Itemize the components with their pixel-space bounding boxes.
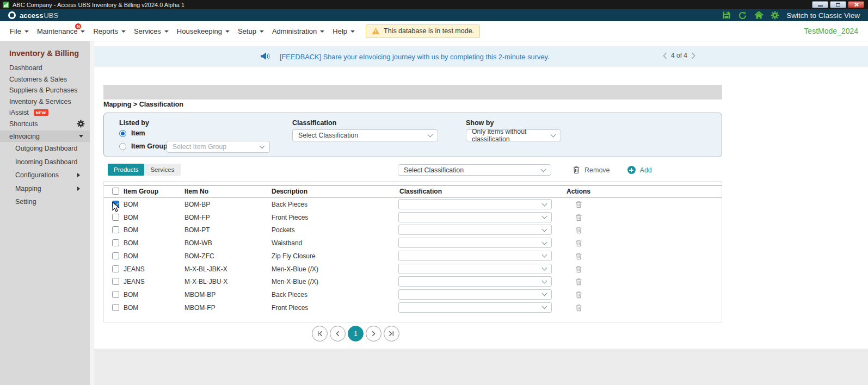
sidebar-item-configurations[interactable]: Configurations	[0, 169, 90, 182]
row-classification-select[interactable]	[398, 199, 552, 209]
cell-description: Men-X-Blue (/X)	[272, 265, 318, 273]
row-delete-icon[interactable]	[575, 304, 582, 312]
menu-reports[interactable]: Reports	[93, 27, 126, 35]
tab-services[interactable]: Services	[144, 164, 180, 176]
shortcuts-gear-icon[interactable]	[77, 120, 85, 129]
row-delete-icon[interactable]	[575, 252, 582, 260]
row-classification-select[interactable]	[398, 264, 552, 274]
sidebar-item-inventory-services[interactable]: Inventory & Services	[0, 96, 90, 108]
menu-administration[interactable]: Administration	[272, 27, 324, 35]
radio-item-group[interactable]: Item Group	[119, 142, 168, 150]
home-icon[interactable]	[754, 11, 764, 20]
chevron-down-icon	[542, 239, 547, 245]
chevron-right-icon	[77, 173, 80, 177]
row-delete-icon[interactable]	[575, 226, 582, 234]
row-delete-icon[interactable]	[575, 214, 582, 221]
sidebar-item-incoming-dashboard[interactable]: Incoming Dashboard	[0, 156, 90, 169]
page-1-button[interactable]: 1	[348, 326, 364, 341]
sidebar-item-iassist[interactable]: iAssistNEW	[0, 107, 90, 119]
row-delete-icon[interactable]	[575, 291, 582, 299]
pagination: 1	[312, 326, 399, 341]
row-classification-select[interactable]	[398, 302, 552, 313]
sidebar-item-shortcuts[interactable]: Shortcuts	[0, 119, 90, 130]
remove-trash-icon[interactable]	[572, 166, 580, 174]
row-delete-icon[interactable]	[575, 278, 582, 285]
menu-file[interactable]: File	[10, 27, 29, 35]
row-checkbox[interactable]	[112, 226, 119, 233]
app-header: accessUBS Switch to Classic View	[0, 9, 868, 21]
switch-classic-view-link[interactable]: Switch to Classic View	[786, 11, 860, 20]
add-plus-icon[interactable]	[627, 166, 636, 174]
cell-description: Pockets	[272, 226, 295, 234]
last-page-button[interactable]	[384, 326, 399, 341]
tab-products[interactable]: Products	[108, 164, 144, 176]
gear-icon[interactable]	[771, 11, 779, 20]
row-checkbox[interactable]	[112, 265, 119, 272]
item-group-select[interactable]: Select Item Group	[167, 141, 270, 153]
cell-description: Zip Fly Closure	[272, 252, 316, 260]
sidebar-item-customers-sales[interactable]: Customers & Sales	[0, 74, 90, 85]
chevron-down-icon	[542, 291, 547, 296]
row-checkbox[interactable]	[112, 304, 119, 311]
row-classification-select[interactable]	[398, 238, 552, 248]
pager-next-icon[interactable]	[691, 52, 695, 59]
classification-select[interactable]: Select Classification	[292, 129, 438, 141]
row-checkbox[interactable]	[112, 201, 119, 208]
radio-item-control[interactable]	[119, 130, 126, 137]
collapsed-panel-bar[interactable]	[103, 85, 722, 100]
cell-item-group: BOM	[124, 214, 138, 221]
bulk-classification-select[interactable]: Select Classification	[398, 164, 551, 176]
cell-item-group: BOM	[124, 304, 138, 312]
row-checkbox[interactable]	[112, 252, 119, 259]
close-icon	[854, 2, 859, 7]
feedback-banner-text[interactable]: [FEEDBACK] Share your eInvoicing journey…	[280, 53, 550, 61]
cell-item-no: M-X-BL-JBK-X	[184, 265, 227, 273]
show-by-label: Show by	[466, 119, 494, 127]
refresh-icon[interactable]	[738, 11, 747, 20]
sidebar-item-dashboard[interactable]: Dashboard	[0, 63, 90, 74]
select-all-checkbox[interactable]	[112, 188, 119, 195]
radio-item[interactable]: Item	[119, 129, 145, 137]
chevron-right-icon	[77, 187, 80, 191]
prev-page-button[interactable]	[330, 326, 346, 341]
menu-services[interactable]: Services	[134, 27, 169, 35]
sidebar-scrollbar[interactable]	[90, 41, 94, 385]
menu-housekeeping[interactable]: Housekeeping	[177, 27, 230, 35]
show-by-select[interactable]: Only items without classification	[466, 129, 561, 141]
sidebar-item-einvoicing[interactable]: eInvoicing	[0, 131, 90, 142]
row-classification-select[interactable]	[398, 225, 552, 235]
pager-prev-icon[interactable]	[663, 52, 667, 59]
close-button[interactable]	[848, 1, 864, 8]
minimize-button[interactable]	[812, 1, 828, 8]
table-row: BOM BOM-ZFC Zip Fly Closure	[104, 250, 722, 263]
chevron-down-icon	[541, 166, 546, 172]
notification-badge: N	[75, 23, 82, 30]
row-checkbox[interactable]	[112, 291, 119, 298]
sidebar-item-setting[interactable]: Setting	[0, 195, 90, 209]
row-checkbox[interactable]	[112, 278, 119, 285]
maximize-button[interactable]	[830, 1, 846, 8]
new-badge: NEW	[34, 109, 48, 116]
menu-setup[interactable]: Setup	[238, 27, 264, 35]
row-classification-select[interactable]	[398, 276, 552, 287]
cell-item-group: BOM	[124, 239, 138, 247]
row-checkbox[interactable]	[112, 239, 119, 246]
row-classification-select[interactable]	[398, 212, 552, 222]
row-checkbox[interactable]	[112, 214, 119, 221]
menu-help[interactable]: Help	[333, 27, 355, 35]
sidebar-item-suppliers-purchases[interactable]: Suppliers & Purchases	[0, 85, 90, 96]
sidebar-item-outgoing-dashboard[interactable]: Outgoing Dashboard	[0, 142, 90, 156]
radio-item-group-control[interactable]	[119, 143, 126, 150]
first-page-button[interactable]	[312, 326, 328, 341]
menu-maintenance[interactable]: MaintenanceN	[37, 27, 85, 35]
save-icon[interactable]	[722, 11, 731, 20]
remove-button[interactable]: Remove	[584, 166, 610, 174]
row-delete-icon[interactable]	[575, 265, 582, 273]
row-delete-icon[interactable]	[575, 239, 582, 247]
next-page-button[interactable]	[366, 326, 381, 341]
add-button[interactable]: Add	[640, 166, 652, 174]
row-delete-icon[interactable]	[575, 201, 582, 208]
row-classification-select[interactable]	[398, 251, 552, 261]
row-classification-select[interactable]	[398, 289, 552, 300]
sidebar-item-mapping[interactable]: Mapping	[0, 182, 90, 196]
